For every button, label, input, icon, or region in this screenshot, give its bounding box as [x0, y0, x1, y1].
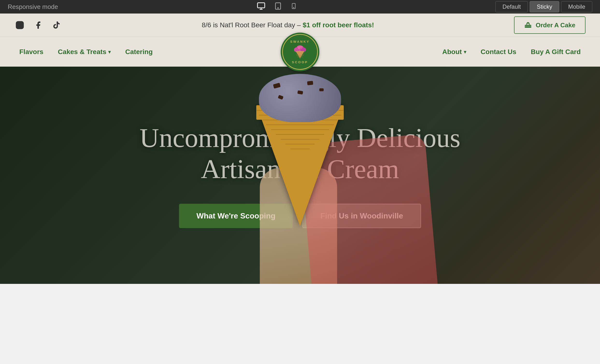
- responsive-mode-label: Responsive mode: [8, 3, 58, 11]
- promo-text-normal: 8/6 is Nat'l Root Beer Float day –: [202, 21, 303, 29]
- device-selector: [257, 2, 297, 12]
- chevron-down-icon-about: ▾: [464, 49, 466, 55]
- logo-cone-icon: [291, 44, 309, 60]
- facebook-icon[interactable]: [33, 20, 44, 30]
- svg-point-6: [293, 7, 294, 8]
- default-view-button[interactable]: Default: [495, 1, 528, 12]
- svg-point-4: [278, 8, 278, 8]
- waffle-cone-visual: [256, 105, 344, 226]
- svg-point-15: [301, 48, 302, 49]
- mobile-view-button[interactable]: Mobile: [561, 1, 592, 12]
- ice-cream-scoop: [259, 74, 341, 122]
- nav-item-cakes-treats[interactable]: Cakes & Treats ▾: [58, 48, 111, 56]
- navigation-bar: Flavors Cakes & Treats ▾ Catering SWANKY: [0, 37, 600, 67]
- promo-text-highlight: $1 off root beer floats!: [303, 21, 374, 29]
- admin-toolbar: Responsive mode Default Sticky: [0, 0, 600, 14]
- nav-item-contact[interactable]: Contact Us: [481, 48, 516, 56]
- logo-inner: SWANKY: [282, 34, 318, 70]
- instagram-icon[interactable]: [15, 20, 25, 30]
- nav-left: Flavors Cakes & Treats ▾ Catering: [19, 48, 153, 56]
- svg-point-14: [298, 47, 300, 49]
- chevron-down-icon: ▾: [108, 49, 111, 55]
- order-cake-label: Order A Cake: [536, 21, 575, 29]
- svg-point-9: [21, 23, 22, 24]
- nav-right: About ▾ Contact Us Buy A Gift Card: [442, 48, 581, 56]
- site-logo[interactable]: SWANKY: [281, 33, 319, 71]
- promo-text: 8/6 is Nat'l Root Beer Float day – $1 of…: [202, 21, 374, 29]
- svg-rect-0: [257, 3, 265, 8]
- order-cake-button[interactable]: Order A Cake: [514, 16, 585, 34]
- desktop-icon[interactable]: [257, 2, 265, 12]
- svg-point-8: [18, 24, 21, 27]
- tiktok-icon[interactable]: [51, 20, 62, 30]
- view-mode-buttons: Default Sticky Mobile: [495, 1, 592, 12]
- nav-item-catering[interactable]: Catering: [125, 48, 153, 56]
- hero-section: Uncompromisingly Delicious Artisan Ice C…: [0, 67, 600, 284]
- nav-item-flavors[interactable]: Flavors: [19, 48, 44, 56]
- mobile-icon[interactable]: [291, 3, 297, 11]
- nav-item-gift-card[interactable]: Buy A Gift Card: [531, 48, 581, 56]
- tablet-icon[interactable]: [274, 2, 282, 12]
- social-icons: [15, 20, 62, 30]
- nav-item-about[interactable]: About ▾: [442, 48, 466, 56]
- logo-text-top: SWANKY: [290, 40, 310, 44]
- cake-icon: [524, 21, 532, 29]
- sticky-view-button[interactable]: Sticky: [530, 1, 559, 12]
- logo-text-bottom: SCOOP: [292, 60, 308, 64]
